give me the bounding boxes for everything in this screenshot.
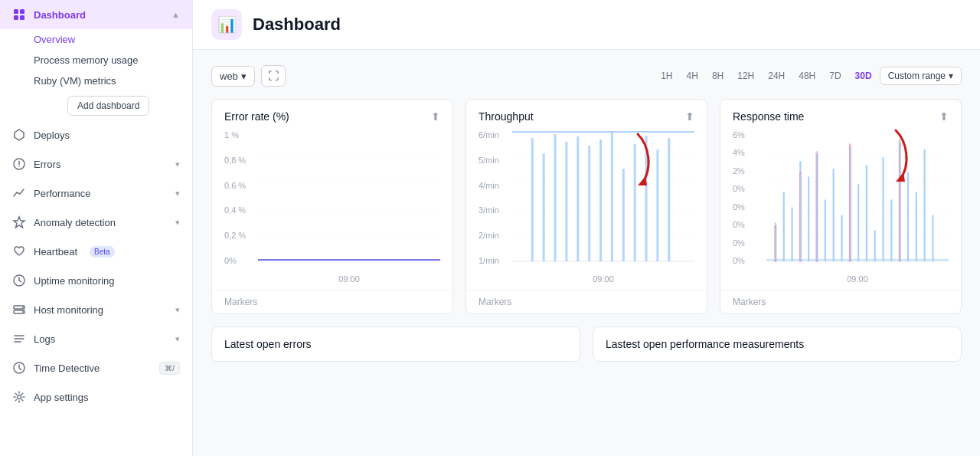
sidebar-item-performance[interactable]: Performance ▾ [0,179,192,208]
toolbar-left: web ▾ ⛶ [211,65,286,87]
svg-rect-61 [932,215,933,261]
response-time-export-button[interactable]: ⬆ [939,110,949,123]
svg-rect-55 [882,157,884,261]
time-btn-8h[interactable]: 8H [706,67,730,84]
add-dashboard-button[interactable]: Add dashboard [67,96,149,116]
svg-rect-3 [20,15,24,20]
latest-performance-title: Lastest open performance measurements [606,338,949,350]
throughput-card: Throughput ⬆ 6/min 5/min 4/min 3/min 2/m… [466,99,707,314]
main-area: 📊 Dashboard web ▾ ⛶ 1H 4H 8H 12H 24H 48 [193,0,980,456]
time-range-buttons: 1H 4H 8H 12H 24H 48H 7D 30D Custom range… [655,67,962,85]
sidebar-item-host[interactable]: Host monitoring ▾ [0,295,192,324]
time-btn-24h[interactable]: 24H [762,67,791,84]
response-time-card-header: Response time ⬆ [720,100,961,130]
sidebar-item-anomaly[interactable]: Anomaly detection ▾ [0,208,192,237]
svg-rect-0 [14,9,18,14]
page-title: Dashboard [253,15,341,34]
time-btn-12h[interactable]: 12H [731,67,760,84]
error-rate-title: Error rate (%) [224,110,289,123]
anomaly-icon [12,215,26,229]
heartbeat-icon [12,244,26,258]
fullscreen-icon: ⛶ [268,70,279,82]
sidebar-sub-overview[interactable]: Overview [34,29,192,50]
response-time-time: 09:00 [766,274,949,284]
time-btn-30d[interactable]: 30D [849,67,878,84]
web-dropdown-label: web [220,71,238,82]
heartbeat-beta-badge: Beta [90,246,115,258]
time-btn-48h[interactable]: 48H [792,67,822,84]
toolbar: web ▾ ⛶ 1H 4H 8H 12H 24H 48H 7D 30D Cust… [211,65,962,87]
main-content: web ▾ ⛶ 1H 4H 8H 12H 24H 48H 7D 30D Cust… [193,50,980,456]
svg-rect-34 [668,138,670,261]
logs-icon [12,332,26,346]
svg-rect-51 [849,146,851,261]
page-icon: 📊 [211,9,242,40]
sidebar-item-appsettings-label: App settings [34,392,89,403]
svg-point-9 [22,311,24,313]
svg-rect-44 [791,208,792,261]
svg-rect-42 [775,223,776,261]
timedetective-icon [12,361,26,375]
time-btn-1h[interactable]: 1H [655,67,678,84]
svg-rect-28 [599,139,602,261]
svg-rect-32 [645,136,648,261]
sidebar-item-timedetective[interactable]: Time Detective ⌘/ [0,353,192,382]
custom-range-label: Custom range [888,71,946,81]
chevron-up-icon: ▲ [172,10,180,19]
error-rate-plot [258,130,440,265]
error-rate-time: 09:00 [258,274,440,284]
sidebar-item-performance-label: Performance [34,188,90,199]
error-rate-card: Error rate (%) ⬆ 1 % 0,8 % 0,6 % 0,4 % 0… [211,99,453,314]
throughput-title: Throughput [479,110,534,123]
error-rate-chart: 1 % 0,8 % 0,6 % 0,4 % 0,2 % 0% [224,130,440,284]
throughput-card-header: Throughput ⬆ [466,100,707,130]
sidebar-sub-dashboard: Overview Process memory usage Ruby (VM) … [0,29,192,120]
settings-icon [12,390,26,404]
svg-rect-57 [899,142,900,261]
sidebar-item-deploys-label: Deploys [34,130,70,141]
svg-rect-33 [656,149,658,261]
sidebar-item-logs-label: Logs [34,333,55,345]
svg-rect-1 [20,9,24,14]
sidebar-item-uptime[interactable]: Uptime monitoring [0,266,192,295]
response-time-footer: Markers [720,290,961,313]
throughput-plot [512,130,694,265]
uptime-icon [12,274,26,287]
sidebar-item-logs[interactable]: Logs ▾ [0,324,192,353]
deploys-icon [12,128,26,142]
sidebar-item-deploys[interactable]: Deploys [0,120,192,149]
svg-rect-54 [874,231,876,261]
throughput-export-button[interactable]: ⬆ [685,110,694,123]
svg-rect-24 [554,134,557,261]
performance-icon [12,186,26,200]
fullscreen-button[interactable]: ⛶ [261,65,286,87]
svg-rect-56 [890,200,892,261]
sidebar-item-dashboard[interactable]: Dashboard ▲ [0,0,192,29]
web-dropdown[interactable]: web ▾ [211,66,255,87]
time-btn-7d[interactable]: 7D [823,67,847,84]
svg-rect-58 [907,172,909,261]
svg-rect-50 [841,215,842,261]
metric-cards-row: Error rate (%) ⬆ 1 % 0,8 % 0,6 % 0,4 % 0… [211,99,962,314]
error-rate-body: 1 % 0,8 % 0,6 % 0,4 % 0,2 % 0% [212,130,452,290]
svg-rect-26 [577,136,579,261]
svg-rect-48 [825,200,826,261]
svg-rect-25 [565,142,567,261]
custom-range-button[interactable]: Custom range ▾ [880,67,962,85]
timedetective-kbd-badge: ⌘/ [159,362,180,375]
error-rate-export-button[interactable]: ⬆ [431,110,440,123]
throughput-y-labels: 6/min 5/min 4/min 3/min 2/min 1/min [479,130,509,265]
sidebar-sub-process-memory[interactable]: Process memory usage [34,50,192,71]
svg-rect-27 [588,146,590,261]
response-time-card: Response time ⬆ 6% 4% 2% 0% 0% 0% 0% [720,99,962,314]
sidebar-item-errors[interactable]: Errors ▾ [0,149,192,179]
sidebar-sub-ruby-vm[interactable]: Ruby (VM) metrics [34,71,192,91]
sidebar-item-heartbeat[interactable]: Heartbeat Beta [0,237,192,266]
main-header: 📊 Dashboard [193,0,980,50]
chevron-down-logs-icon: ▾ [175,334,180,344]
time-btn-4h[interactable]: 4H [681,67,704,84]
sidebar-item-appsettings[interactable]: App settings [0,382,192,412]
sidebar-item-dashboard-label: Dashboard [34,9,86,21]
svg-rect-52 [858,184,859,261]
chevron-down-anomaly-icon: ▾ [175,218,180,228]
